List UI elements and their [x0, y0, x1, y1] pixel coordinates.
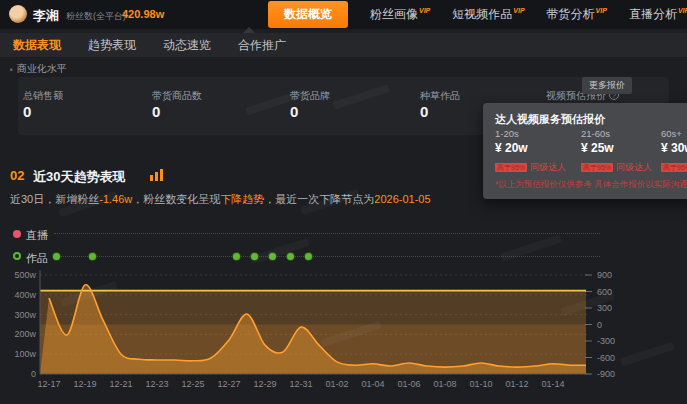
x-tick: 01-10 — [469, 379, 492, 389]
peer-badge: 高于95% — [495, 163, 527, 172]
followers-value: 420.98w — [122, 8, 164, 20]
trend-description: 近30日，新增粉丝-1.46w，粉丝数变化呈现下降趋势，最近一次下降节点为202… — [10, 192, 431, 207]
followers-label: 粉丝数(全平台) — [66, 10, 126, 23]
legend-row-作品: 作品 — [0, 251, 687, 263]
peer-badge: 高于95% — [661, 163, 687, 172]
peer-compare-row: 高于95%同级达人 — [661, 161, 687, 174]
top-tab-数据概览[interactable]: 数据概览 — [268, 1, 348, 28]
legend-label[interactable]: 直播 — [26, 228, 48, 243]
plain-text: 近30日，新增粉丝 — [10, 193, 99, 205]
creator-name: 李湘 — [33, 7, 59, 25]
commerce-section-label: ▪商业化水平 — [10, 62, 67, 76]
work-event-dot[interactable] — [269, 253, 276, 260]
vip-badge: VIP — [419, 7, 430, 14]
live-legend-icon — [13, 230, 21, 238]
peer-compare-row: 高于95%同级达人 — [495, 161, 566, 174]
top-tab-粉丝画像[interactable]: 粉丝画像VIP — [370, 6, 430, 23]
more-quotes-button[interactable]: 更多报价 — [582, 77, 632, 94]
y-left-tick: 100w — [14, 349, 36, 359]
y-right-tick: 600 — [597, 287, 612, 297]
x-tick: 12-27 — [217, 379, 240, 389]
metric-value: 0 — [420, 103, 428, 120]
work-event-dot[interactable] — [233, 253, 240, 260]
top-tab-带货分析[interactable]: 带货分析VIP — [547, 6, 607, 23]
top-tab-短视频作品[interactable]: 短视频作品VIP — [452, 6, 524, 23]
plain-text: ，最近一次下降节点为 — [264, 193, 374, 205]
x-tick: 01-14 — [541, 379, 564, 389]
subnav-item-数据表现[interactable]: 数据表现 — [13, 37, 61, 54]
work-event-dot[interactable] — [53, 253, 60, 260]
x-tick: 12-25 — [181, 379, 204, 389]
section-title: 近30天趋势表现 — [33, 168, 125, 186]
subnav-item-趋势表现[interactable]: 趋势表现 — [88, 37, 136, 54]
trend-icon — [150, 169, 163, 181]
price-value: ¥ 30w — [661, 141, 687, 155]
duration-label: 21-60s — [581, 128, 610, 139]
y-left-tick: 0 — [31, 369, 36, 379]
metric-label: 带货商品数 — [152, 89, 202, 103]
duration-label: 60s+ — [661, 128, 682, 139]
work-event-dot[interactable] — [305, 253, 312, 260]
price-value: ¥ 20w — [495, 141, 528, 155]
y-right-tick: 300 — [597, 303, 612, 313]
x-tick: 12-31 — [289, 379, 312, 389]
y-left-tick: 400w — [14, 290, 36, 300]
y-left-tick: 200w — [14, 329, 36, 339]
plain-text: ，粉丝数变化呈现 — [132, 193, 220, 205]
y-right-tick: -300 — [597, 336, 615, 346]
highlight-text: -1.46w — [99, 193, 132, 205]
x-tick: 12-19 — [73, 379, 96, 389]
legend-row-直播: 直播 — [0, 228, 687, 240]
avatar[interactable] — [9, 5, 27, 23]
metric-value: 0 — [23, 103, 31, 120]
x-tick: 12-17 — [37, 379, 60, 389]
work-event-dot[interactable] — [287, 253, 294, 260]
popup-title: 达人视频服务预估报价 — [495, 112, 687, 127]
x-tick: 01-12 — [505, 379, 528, 389]
metric-label: 种草作品 — [420, 89, 460, 103]
works-legend-icon — [13, 252, 21, 260]
x-tick: 12-21 — [109, 379, 132, 389]
peer-label: 同级达人 — [616, 161, 652, 174]
y-left-tick: 300w — [14, 310, 36, 320]
metric-value: 0 — [152, 103, 160, 120]
section-index: 02 — [10, 168, 24, 183]
x-tick: 01-04 — [361, 379, 384, 389]
work-event-dot[interactable] — [251, 253, 258, 260]
x-tick: 01-06 — [397, 379, 420, 389]
peer-label: 同级达人 — [530, 161, 566, 174]
subnav-item-动态速览[interactable]: 动态速览 — [163, 37, 211, 54]
nav-caret-icon — [243, 27, 255, 33]
y-right-tick: -600 — [597, 353, 615, 363]
bullet-icon: ▪ — [10, 65, 13, 74]
y-left-tick: 500w — [14, 270, 36, 280]
x-tick: 01-08 — [433, 379, 456, 389]
timeline-rule — [54, 233, 600, 234]
fans-trend-chart[interactable]: 500w400w300w200w100w09006003000-300-600-… — [0, 263, 687, 404]
x-tick: 12-23 — [145, 379, 168, 389]
vip-badge: VIP — [596, 7, 607, 14]
analytics-dashboard: 李湘 粉丝数(全平台) 420.98w 数据概览粉丝画像VIP短视频作品VIP带… — [0, 0, 687, 404]
vip-badge: VIP — [513, 7, 524, 14]
peer-badge: 高于95% — [581, 163, 613, 172]
y-right-tick: 900 — [597, 270, 612, 280]
top-bar: 李湘 粉丝数(全平台) 420.98w 数据概览粉丝画像VIP短视频作品VIP带… — [0, 0, 687, 29]
subnav-item-合作推广[interactable]: 合作推广 — [238, 37, 286, 54]
popup-note: *以上为预估报价仅供参考 具体合作报价以实际沟通为准 — [495, 179, 687, 191]
y-right-tick: -900 — [597, 369, 615, 379]
timeline-rule — [54, 256, 600, 257]
top-tab-直播分析[interactable]: 直播分析VIP — [629, 6, 687, 23]
top-tabs: 数据概览粉丝画像VIP短视频作品VIP带货分析VIP直播分析VIP — [268, 0, 687, 29]
vip-badge: VIP — [678, 7, 687, 14]
metric-value: 0 — [290, 103, 298, 120]
x-tick: 12-29 — [253, 379, 276, 389]
peer-compare-row: 高于95%同级达人 — [581, 161, 652, 174]
metric-label: 总销售额 — [23, 89, 63, 103]
duration-label: 1-20s — [495, 128, 519, 139]
price-value: ¥ 25w — [581, 141, 614, 155]
work-event-dot[interactable] — [89, 253, 96, 260]
highlight-text: 2026-01-05 — [374, 193, 430, 205]
highlight-text: 下降趋势 — [220, 193, 264, 205]
x-tick: 01-02 — [325, 379, 348, 389]
metric-label: 带货品牌 — [290, 89, 330, 103]
